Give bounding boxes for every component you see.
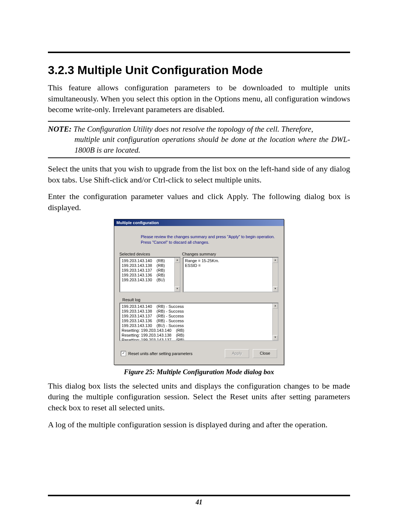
changes-summary-scrollbar[interactable]: ▴ ▾ (272, 258, 278, 292)
multiple-config-dialog: Multiple configuration Please review the… (114, 219, 284, 365)
reset-units-checkbox[interactable]: ✓ (121, 351, 126, 356)
reset-units-checkbox-label: Reset units after setting parameters (128, 351, 221, 356)
note-block: NOTE: The Configuration Utility does not… (48, 121, 350, 158)
footer-rule (48, 495, 350, 496)
paragraph-3: Enter the configuration parameter values… (48, 191, 350, 213)
note-line-2: multiple unit configuration operations s… (74, 134, 350, 155)
dialog-figure: Multiple configuration Please review the… (48, 219, 350, 365)
note-line-1: The Configuration Utility does not resol… (73, 125, 313, 133)
selected-devices-scrollbar[interactable]: ▴ ▾ (174, 258, 180, 292)
paragraph-2: Select the units that you wish to upgrad… (48, 163, 350, 185)
selected-devices-label: Selected devices (119, 252, 182, 256)
scroll-up-icon[interactable]: ▴ (175, 258, 180, 263)
result-log-content: 199.203.143.140 (RB) - Success 199.203.1… (122, 304, 272, 340)
changes-summary-content: Range = 15-25Km. ESSID = (185, 258, 272, 291)
result-log-listbox[interactable]: 199.203.143.140 (RB) - Success 199.203.1… (119, 303, 279, 341)
page-footer: 41 (48, 487, 350, 506)
paragraph-5: A log of the multiple configuration sess… (48, 419, 350, 430)
selected-devices-content: 199.203.143.140 (RB) 199.203.143.138 (RB… (122, 258, 174, 291)
figure-caption: Figure 25: Multiple Configuration Mode d… (48, 368, 350, 376)
scroll-down-icon[interactable]: ▾ (273, 286, 278, 292)
dialog-instruction: Please review the changes summary and pr… (141, 234, 279, 245)
page-number: 41 (48, 498, 350, 506)
scroll-up-icon[interactable]: ▴ (273, 303, 278, 309)
dialog-titlebar: Multiple configuration (114, 219, 284, 226)
changes-summary-label: Changes summary (182, 252, 216, 256)
scroll-down-icon[interactable]: ▾ (273, 335, 278, 340)
scroll-up-icon[interactable]: ▴ (273, 258, 278, 263)
result-log-scrollbar[interactable]: ▴ ▾ (272, 303, 278, 340)
paragraph-4: This dialog box lists the selected units… (48, 380, 350, 413)
scroll-down-icon[interactable]: ▾ (175, 286, 180, 292)
close-button[interactable]: Close (253, 349, 277, 358)
apply-button[interactable]: Apply (225, 349, 249, 358)
paragraph-1: This feature allows configuration parame… (48, 82, 350, 115)
top-rule (48, 52, 350, 53)
selected-devices-listbox[interactable]: 199.203.143.140 (RB) 199.203.143.138 (RB… (119, 257, 181, 292)
note-label: NOTE: (48, 125, 71, 133)
section-title: 3.2.3 Multiple Unit Configuration Mode (48, 63, 350, 77)
result-log-label: Result log (122, 298, 279, 302)
changes-summary-listbox[interactable]: Range = 15-25Km. ESSID = ▴ ▾ (183, 257, 279, 292)
